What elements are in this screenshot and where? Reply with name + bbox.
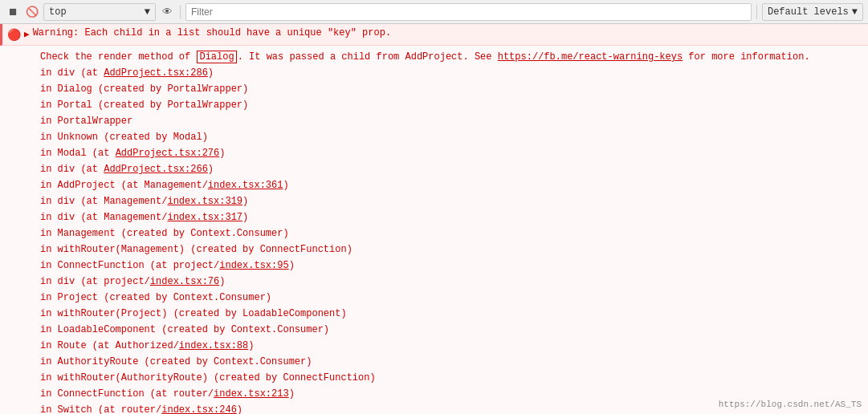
link-13[interactable]: index.tsx:76: [150, 276, 219, 287]
source-chevron: ▼: [145, 6, 150, 18]
link-7[interactable]: index.tsx:361: [208, 180, 283, 191]
stack-line-15: in withRouter(Project) (created by Loada…: [0, 306, 868, 322]
stack-line-9: in div (at Management/index.tsx:317): [0, 209, 868, 225]
detail-line: Check the render method of Dialog. It wa…: [0, 49, 868, 65]
console-content[interactable]: 🔴 ▶ Warning: Each child in a list should…: [0, 24, 868, 414]
toolbar: ⏹ 🚫 top ▼ 👁 Default levels ▼: [0, 0, 868, 24]
warning-text-main: Warning: Each child in a list should hav…: [33, 27, 391, 39]
stack-line-3: in PortalWrapper: [0, 113, 868, 129]
stack-line-1: in Dialog (created by PortalWrapper): [0, 81, 868, 97]
eye-button[interactable]: 👁: [159, 4, 175, 20]
stack-line-10: in Management (created by Context.Consum…: [0, 225, 868, 242]
source-label: top: [49, 6, 67, 18]
link-6[interactable]: AddProject.tsx:266: [104, 164, 208, 175]
stack-line-0: in div (at AddProject.tsx:286): [0, 65, 868, 81]
link-20[interactable]: index.tsx:213: [214, 388, 289, 400]
levels-label: Default levels: [768, 6, 849, 18]
stack-line-2: in Portal (created by PortalWrapper): [0, 97, 868, 113]
stack-line-14: in Project (created by Context.Consumer): [0, 290, 868, 306]
link-17[interactable]: index.tsx:88: [179, 340, 248, 351]
link-9[interactable]: index.tsx:317: [167, 212, 242, 223]
stack-line-18: in AuthorityRoute (created by Context.Co…: [0, 354, 868, 370]
expand-triangle[interactable]: ▶: [24, 29, 30, 39]
filter-input[interactable]: [185, 3, 752, 21]
stack-line-13: in div (at project/index.tsx:76): [0, 274, 868, 290]
stack-line-16: in LoadableComponent (created by Context…: [0, 322, 868, 338]
detail-prefix: Check the render method of: [40, 51, 196, 63]
stack-line-4: in Unknown (created by Modal): [0, 129, 868, 145]
footer-link[interactable]: https://blog.csdn.net/AS_TS: [719, 400, 862, 409]
detail-end: for more information.: [683, 51, 809, 63]
stack-line-8: in div (at Management/index.tsx:319): [0, 193, 868, 209]
warning-row: 🔴 ▶ Warning: Each child in a list should…: [0, 24, 868, 46]
stack-line-11: in withRouter(Management) (created by Co…: [0, 242, 868, 258]
toolbar-separator: [180, 5, 181, 19]
toolbar-separator2: [756, 5, 757, 19]
link-12[interactable]: index.tsx:95: [219, 260, 288, 271]
stack-line-5: in Modal (at AddProject.tsx:276): [0, 145, 868, 161]
detail-suffix: . It was passed a child from AddProject.…: [238, 51, 498, 63]
levels-chevron: ▼: [852, 6, 858, 18]
stack-line-7: in AddProject (at Management/index.tsx:3…: [0, 177, 868, 193]
stack-line-6: in div (at AddProject.tsx:266): [0, 161, 868, 177]
stack-line-19: in withRouter(AuthorityRoute) (created b…: [0, 370, 868, 386]
stack-line-17: in Route (at Authorized/index.tsx:88): [0, 338, 868, 354]
link-5[interactable]: AddProject.tsx:276: [116, 148, 220, 159]
react-warning-link[interactable]: https://fb.me/react-warning-keys: [498, 51, 683, 63]
warning-message: Warning: Each child in a list should hav…: [33, 27, 391, 39]
stack-area: Check the render method of Dialog. It wa…: [0, 46, 868, 414]
levels-select[interactable]: Default levels ▼: [762, 3, 863, 21]
clear-button[interactable]: 🚫: [24, 4, 40, 20]
source-select[interactable]: top ▼: [43, 3, 156, 21]
link-21[interactable]: index.tsx:246: [161, 404, 237, 414]
browser-console: ⏹ 🚫 top ▼ 👁 Default levels ▼ 🔴 ▶ Warning…: [0, 0, 868, 414]
link-0[interactable]: AddProject.tsx:286: [104, 67, 208, 79]
link-8[interactable]: index.tsx:319: [167, 196, 242, 207]
error-icon: 🔴: [7, 28, 21, 42]
dialog-label: Dialog: [197, 51, 236, 63]
stack-line-12: in ConnectFunction (at project/index.tsx…: [0, 258, 868, 274]
stop-button[interactable]: ⏹: [5, 4, 21, 20]
